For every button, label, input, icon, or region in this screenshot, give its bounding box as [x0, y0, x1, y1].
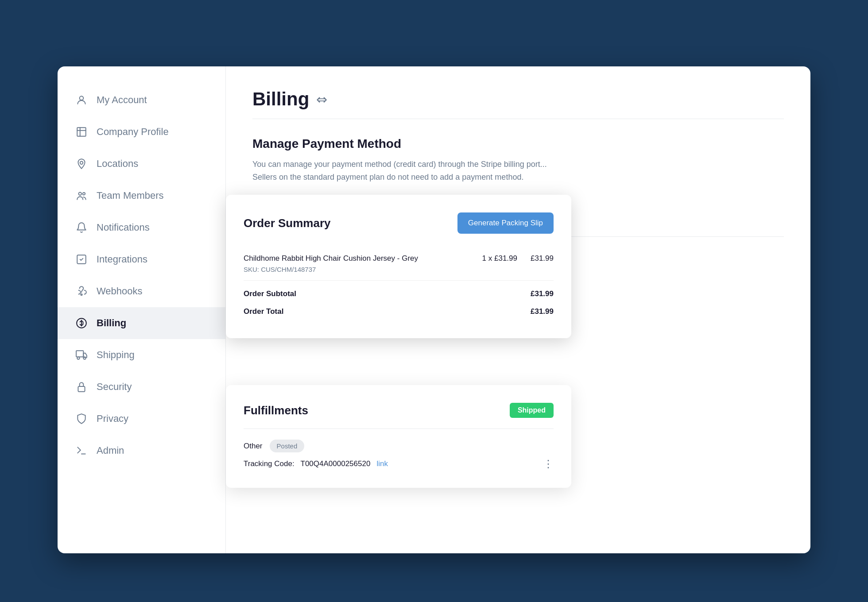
sidebar-item-team-label: Team Members	[97, 190, 164, 201]
sidebar-item-my-account-label: My Account	[97, 94, 147, 106]
order-summary-title: Order Summary	[244, 216, 331, 230]
order-subtotal-row: Order Subtotal £31.99	[244, 281, 554, 303]
svg-point-6	[81, 294, 82, 295]
order-summary-overlay: Order Summary Generate Packing Slip Chil…	[226, 195, 571, 338]
tracking-code-label: Tracking Code:	[244, 459, 294, 468]
order-item-price: £31.99	[531, 254, 554, 263]
svg-point-2	[80, 162, 83, 165]
shield-icon	[75, 413, 88, 425]
sidebar-item-billing[interactable]: Billing	[58, 307, 225, 339]
tracking-row: Tracking Code: T00Q4A0000256520 link ⋮	[244, 458, 554, 470]
map-pin-icon	[75, 158, 88, 170]
dollar-icon	[75, 317, 88, 329]
order-item-sku: SKU: CUS/CHM/148737	[244, 266, 469, 273]
sidebar-item-team-members[interactable]: Team Members	[58, 180, 225, 212]
title-divider	[252, 119, 784, 119]
sidebar-item-privacy[interactable]: Privacy	[58, 403, 225, 435]
sidebar-item-admin[interactable]: Admin	[58, 435, 225, 467]
building-icon	[75, 126, 88, 138]
user-icon	[75, 94, 88, 106]
link-icon: ⇔	[316, 92, 327, 107]
truck-icon	[75, 349, 88, 361]
sidebar-item-integrations-label: Integrations	[97, 254, 147, 265]
sidebar: My Account Company Profile Locations Tea…	[58, 66, 226, 553]
svg-rect-1	[77, 127, 86, 136]
svg-point-10	[83, 357, 85, 359]
posted-badge: Posted	[270, 440, 305, 452]
sidebar-item-billing-label: Billing	[97, 317, 126, 329]
page-title: Billing	[252, 89, 309, 110]
sidebar-item-my-account[interactable]: My Account	[58, 84, 225, 116]
sidebar-item-webhooks[interactable]: Webhooks	[58, 275, 225, 307]
sidebar-item-company-profile[interactable]: Company Profile	[58, 116, 225, 148]
lock-icon	[75, 381, 88, 393]
webhook-icon	[75, 285, 88, 297]
page-title-row: Billing ⇔	[252, 89, 784, 110]
order-total-row: Order Total £31.99	[244, 303, 554, 320]
svg-point-0	[80, 96, 84, 100]
svg-rect-8	[76, 351, 83, 357]
tracking-code-value: T00Q4A0000256520	[301, 459, 371, 468]
svg-point-3	[79, 192, 82, 195]
sidebar-item-webhooks-label: Webhooks	[97, 286, 143, 297]
sidebar-item-notifications-label: Notifications	[97, 222, 150, 233]
order-item-name: Childhome Rabbit High Chair Cushion Jers…	[244, 254, 469, 263]
fulfillment-divider	[244, 428, 554, 429]
sidebar-item-admin-label: Admin	[97, 445, 124, 456]
fulfillment-type: Other	[244, 442, 263, 451]
terminal-icon	[75, 444, 88, 457]
svg-rect-11	[78, 386, 85, 392]
svg-point-4	[83, 193, 85, 195]
svg-point-9	[77, 357, 79, 359]
fulfillment-type-row: Other Posted	[244, 440, 554, 452]
sidebar-item-security[interactable]: Security	[58, 371, 225, 403]
sidebar-item-notifications[interactable]: Notifications	[58, 212, 225, 243]
sidebar-item-company-label: Company Profile	[97, 126, 169, 138]
fulfillments-title: Fulfillments	[244, 404, 308, 417]
tracking-link[interactable]: link	[377, 459, 388, 468]
sidebar-item-privacy-label: Privacy	[97, 413, 128, 424]
bell-icon	[75, 221, 88, 234]
generate-packing-slip-button[interactable]: Generate Packing Slip	[457, 212, 554, 234]
users-icon	[75, 189, 88, 202]
sidebar-item-shipping[interactable]: Shipping	[58, 339, 225, 371]
manage-payment-desc: You can manage your payment method (cred…	[252, 158, 562, 184]
shipped-badge: Shipped	[510, 403, 554, 418]
tracking-label: Tracking Code: T00Q4A0000256520 link	[244, 459, 388, 468]
order-subtotal-value: £31.99	[531, 289, 554, 298]
sidebar-item-shipping-label: Shipping	[97, 349, 135, 361]
order-item-row: Childhome Rabbit High Chair Cushion Jers…	[244, 247, 554, 281]
sidebar-item-security-label: Security	[97, 381, 132, 393]
order-subtotal-label: Order Subtotal	[244, 289, 296, 298]
integrations-icon	[75, 253, 88, 266]
order-item-qty: 1 x £31.99	[482, 254, 517, 263]
fulfillments-header: Fulfillments Shipped	[244, 403, 554, 418]
fulfillments-overlay: Fulfillments Shipped Other Posted Tracki…	[226, 385, 571, 488]
sidebar-item-locations-label: Locations	[97, 158, 138, 170]
manage-payment-title: Manage Payment Method	[252, 137, 784, 151]
order-total-value: £31.99	[531, 307, 554, 316]
order-total-label: Order Total	[244, 307, 283, 316]
sidebar-item-integrations[interactable]: Integrations	[58, 243, 225, 275]
sidebar-item-locations[interactable]: Locations	[58, 148, 225, 180]
dots-menu-button[interactable]: ⋮	[543, 458, 554, 470]
order-overlay-header: Order Summary Generate Packing Slip	[244, 212, 554, 234]
order-item-info: Childhome Rabbit High Chair Cushion Jers…	[244, 254, 469, 273]
